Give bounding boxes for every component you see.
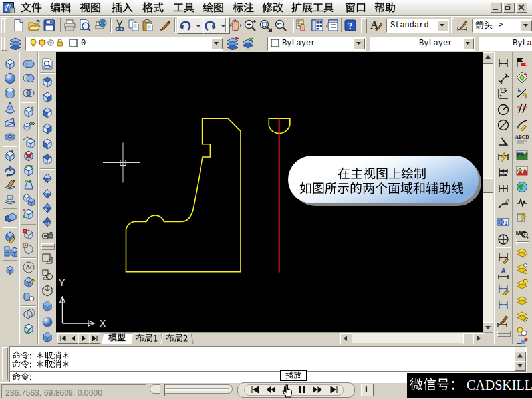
svg-text:MQ: MQ	[516, 230, 526, 237]
svg-text:A: A	[501, 267, 505, 275]
svg-text:1: 1	[504, 219, 507, 226]
svg-text:X: X	[100, 318, 106, 329]
svg-text:Y: Y	[59, 277, 65, 288]
svg-text:A: A	[505, 198, 510, 204]
svg-text:ABCD: ABCD	[515, 134, 529, 140]
svg-text:?: ?	[348, 21, 353, 31]
svg-text:Y X: Y X	[500, 88, 507, 92]
